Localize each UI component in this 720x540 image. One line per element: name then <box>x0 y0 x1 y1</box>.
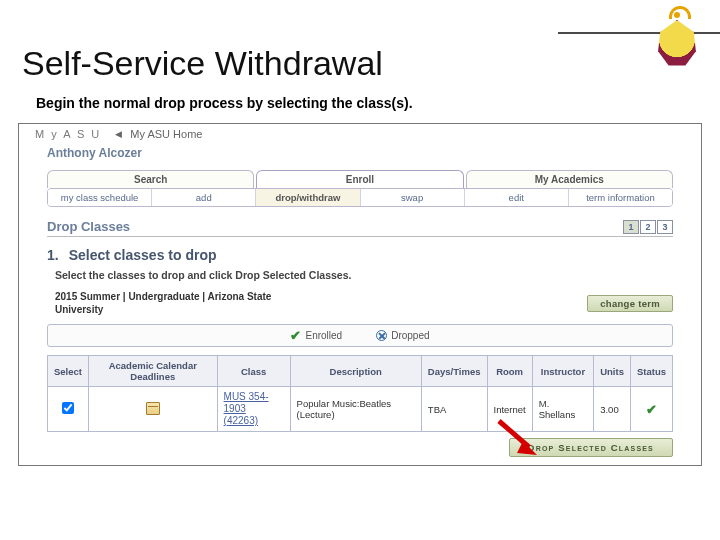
step-2: 2 <box>640 220 656 234</box>
tab-search[interactable]: Search <box>47 170 254 188</box>
legend-dropped: Dropped <box>376 328 429 343</box>
cell-room: Internet <box>487 387 532 432</box>
col-days-times: Days/Times <box>421 356 487 387</box>
status-legend: ✔ Enrolled Dropped <box>47 324 673 347</box>
primary-tabs: Search Enroll My Academics <box>47 170 673 188</box>
cell-units: 3.00 <box>594 387 631 432</box>
wifi-icon <box>664 0 690 20</box>
action-row: Drop Selected Classes <box>47 438 673 457</box>
step-title: Select classes to drop <box>69 247 217 263</box>
step-sub-instruction: Select the classes to drop and click Dro… <box>55 269 673 281</box>
col-select: Select <box>48 356 89 387</box>
asu-devil-wifi-logo <box>648 2 706 72</box>
drop-selected-classes-button[interactable]: Drop Selected Classes <box>509 438 673 457</box>
col-deadlines: Academic Calendar Deadlines <box>89 356 218 387</box>
calendar-icon[interactable] <box>146 402 160 415</box>
slide-top-bar <box>0 0 720 34</box>
slide-instruction: Begin the normal drop process by selecti… <box>36 95 720 111</box>
secondary-tabs: my class schedule add drop/withdraw swap… <box>47 188 673 207</box>
dropped-icon <box>376 330 387 341</box>
step-3: 3 <box>657 220 673 234</box>
cell-days-times: TBA <box>421 387 487 432</box>
row-select-checkbox[interactable] <box>62 402 74 414</box>
tab-edit[interactable]: edit <box>465 189 569 206</box>
tab-drop-withdraw[interactable]: drop/withdraw <box>256 189 360 206</box>
home-link[interactable]: My ASU Home <box>130 128 202 140</box>
step-title-row: 1. Select classes to drop <box>47 247 673 263</box>
tab-my-academics[interactable]: My Academics <box>466 170 673 188</box>
term-label: 2015 Summer | Undergraduate | Arizona St… <box>55 291 315 316</box>
caret-left-icon: ◀ <box>115 129 124 139</box>
class-number-link[interactable]: (42263) <box>224 415 258 426</box>
check-icon: ✔ <box>290 328 301 343</box>
tab-term-information[interactable]: term information <box>569 189 672 206</box>
legend-enrolled: ✔ Enrolled <box>290 328 342 343</box>
status-check-icon: ✔ <box>646 402 657 417</box>
step-1: 1 <box>623 220 639 234</box>
step-indicator: 1 2 3 <box>623 220 673 234</box>
class-code-link[interactable]: MUS 354-1903 <box>224 391 269 414</box>
sparky-icon <box>656 20 698 68</box>
legend-dropped-label: Dropped <box>391 330 429 341</box>
col-room: Room <box>487 356 532 387</box>
class-table: Select Academic Calendar Deadlines Class… <box>47 355 673 432</box>
top-strip: M y A S U ◀ My ASU Home <box>19 124 701 144</box>
change-term-button[interactable]: change term <box>587 295 673 312</box>
brand-text: M y A S U <box>35 128 101 140</box>
tab-add[interactable]: add <box>152 189 256 206</box>
cell-description: Popular Music:Beatles (Lecture) <box>290 387 421 432</box>
section-heading-row: Drop Classes 1 2 3 <box>47 219 673 237</box>
myasu-screenshot: M y A S U ◀ My ASU Home Anthony Alcozer … <box>18 123 702 466</box>
col-status: Status <box>630 356 672 387</box>
col-description: Description <box>290 356 421 387</box>
tab-my-class-schedule[interactable]: my class schedule <box>48 189 152 206</box>
section-heading: Drop Classes <box>47 219 130 234</box>
legend-enrolled-label: Enrolled <box>305 330 342 341</box>
term-row: 2015 Summer | Undergraduate | Arizona St… <box>55 291 673 316</box>
table-row: MUS 354-1903 (42263) Popular Music:Beatl… <box>48 387 673 432</box>
col-class: Class <box>217 356 290 387</box>
col-instructor: Instructor <box>532 356 593 387</box>
slide-title: Self-Service Withdrawal <box>22 44 720 83</box>
tab-swap[interactable]: swap <box>361 189 465 206</box>
col-units: Units <box>594 356 631 387</box>
user-name: Anthony Alcozer <box>19 144 701 168</box>
step-number: 1. <box>47 247 59 263</box>
table-header-row: Select Academic Calendar Deadlines Class… <box>48 356 673 387</box>
tab-enroll[interactable]: Enroll <box>256 170 463 188</box>
cell-instructor: M. Shellans <box>532 387 593 432</box>
